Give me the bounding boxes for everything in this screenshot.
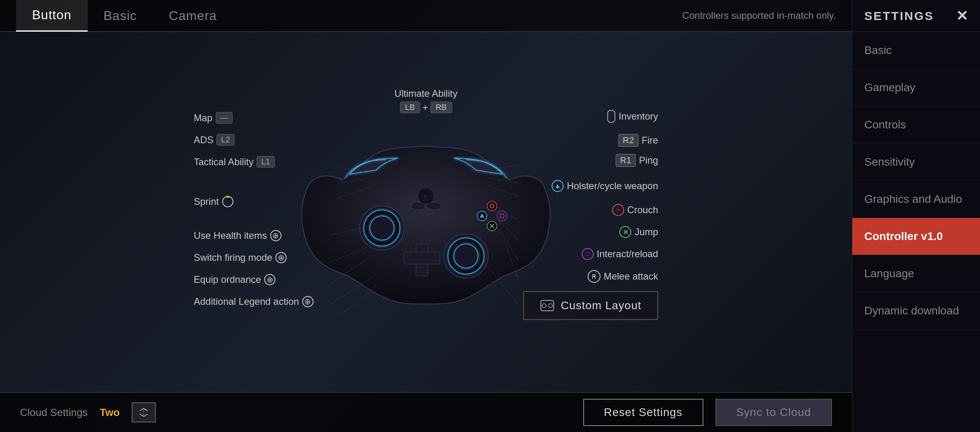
label-melee: R Melee attack bbox=[588, 270, 658, 283]
label-map: Map — bbox=[194, 112, 233, 124]
sprint-badge bbox=[222, 196, 233, 207]
r2-badge: R2 bbox=[619, 134, 639, 147]
close-settings-button[interactable]: ✕ bbox=[956, 8, 968, 24]
cloud-slot-value: Two bbox=[100, 406, 120, 419]
label-inventory: Inventory bbox=[607, 110, 658, 123]
r1-badge: R1 bbox=[616, 154, 636, 167]
sidebar-item-controls[interactable]: Controls bbox=[852, 106, 980, 144]
svg-rect-37 bbox=[541, 300, 554, 311]
controller-area: Ultimate Ability LB + RB bbox=[0, 32, 852, 392]
tab-camera[interactable]: Camera bbox=[153, 0, 233, 31]
tactical-badge: L1 bbox=[257, 156, 274, 168]
label-jump: ✕ Jump bbox=[619, 226, 658, 238]
cloud-settings-label: Cloud Settings bbox=[20, 406, 88, 419]
tab-basic[interactable]: Basic bbox=[88, 0, 153, 31]
label-tactical: Tactical Ability L1 bbox=[194, 156, 275, 168]
health-badge: ⊕ bbox=[270, 230, 281, 241]
label-ping: R1 Ping bbox=[616, 154, 658, 167]
custom-layout-icon bbox=[540, 300, 554, 312]
square-button: □ bbox=[582, 248, 594, 260]
label-crouch: ○ Crouch bbox=[612, 204, 658, 216]
sidebar-item-dynamic-download[interactable]: Dynamic download bbox=[852, 292, 980, 330]
circle-button: ○ bbox=[612, 204, 624, 216]
settings-header: SETTINGS ✕ bbox=[852, 0, 980, 32]
main-content: Button Basic Camera Controllers supporte… bbox=[0, 0, 852, 432]
legend-badge: ⊕ bbox=[302, 296, 313, 307]
custom-layout-button[interactable]: Custom Layout bbox=[523, 291, 658, 320]
bottom-bar: Cloud Settings Two Reset Settings Sync t… bbox=[0, 392, 852, 432]
label-equip: Equip ordnance ⊕ bbox=[194, 274, 275, 285]
inventory-icon bbox=[607, 110, 615, 123]
svg-rect-7 bbox=[404, 252, 440, 264]
tab-bar: Button Basic Camera Controllers supporte… bbox=[0, 0, 852, 32]
ads-badge: L2 bbox=[217, 134, 234, 146]
sidebar-item-basic[interactable]: Basic bbox=[852, 32, 980, 69]
sidebar-item-controller[interactable]: Controller v1.0 bbox=[852, 218, 980, 255]
controller-container: Ultimate Ability LB + RB bbox=[186, 72, 666, 352]
reset-settings-button[interactable]: Reset Settings bbox=[583, 399, 703, 426]
triangle-button: ▲ bbox=[552, 180, 564, 192]
r3-badge: R bbox=[588, 270, 600, 283]
label-sprint: Sprint bbox=[194, 196, 233, 207]
controller-diagram: » bbox=[286, 108, 566, 316]
label-health: Use Health items ⊕ bbox=[194, 230, 281, 241]
svg-point-2 bbox=[370, 216, 394, 240]
map-badge: — bbox=[216, 112, 233, 124]
x-button: ✕ bbox=[619, 226, 631, 238]
label-holster: ▲ Holster/cycle weapon bbox=[552, 180, 658, 192]
equip-badge: ⊕ bbox=[264, 274, 275, 285]
custom-layout-label: Custom Layout bbox=[561, 299, 641, 312]
switch-badge: ⊕ bbox=[275, 252, 287, 263]
tab-button[interactable]: Button bbox=[16, 0, 88, 32]
sidebar-item-sensitivity[interactable]: Sensitivity bbox=[852, 144, 980, 181]
sync-to-cloud-button[interactable]: Sync to Cloud bbox=[715, 399, 832, 426]
sync-arrows-icon bbox=[138, 408, 150, 417]
label-legend: Additional Legend action ⊕ bbox=[194, 296, 313, 307]
svg-text:»: » bbox=[424, 193, 427, 199]
sidebar-item-gameplay[interactable]: Gameplay bbox=[852, 69, 980, 106]
svg-point-5 bbox=[454, 244, 478, 268]
label-switch: Switch firing mode ⊕ bbox=[194, 252, 287, 263]
label-interact: □ Interact/reload bbox=[582, 248, 658, 260]
cloud-sync-icon-button[interactable] bbox=[132, 402, 156, 422]
svg-point-38 bbox=[542, 304, 546, 308]
settings-title: SETTINGS bbox=[864, 9, 934, 23]
svg-point-9 bbox=[487, 201, 497, 211]
sidebar-item-graphics-audio[interactable]: Graphics and Audio bbox=[852, 181, 980, 218]
label-fire: R2 Fire bbox=[619, 134, 658, 147]
tab-note: Controllers supported in-match only. bbox=[682, 10, 836, 21]
settings-sidebar: SETTINGS ✕ Basic Gameplay Controls Sensi… bbox=[852, 0, 980, 432]
label-ads: ADS L2 bbox=[194, 134, 235, 146]
sidebar-items-list: Basic Gameplay Controls Sensitivity Grap… bbox=[852, 32, 980, 432]
svg-point-39 bbox=[548, 304, 552, 308]
sidebar-item-language[interactable]: Language bbox=[852, 255, 980, 292]
